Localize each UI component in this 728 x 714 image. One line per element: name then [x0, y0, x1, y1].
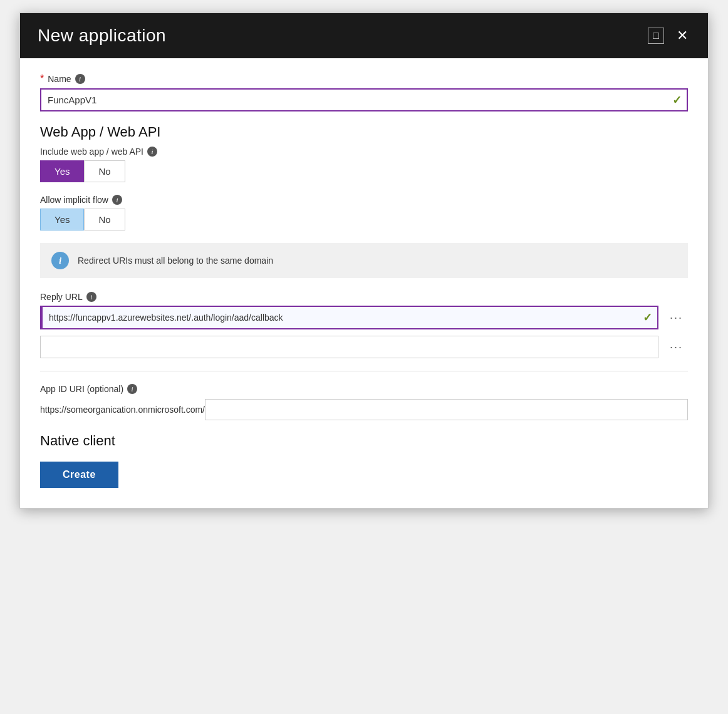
reply-url-ellipsis-2[interactable]: ··· — [665, 338, 688, 356]
native-client-title: Native client — [40, 433, 688, 449]
app-id-uri-section: App ID URI (optional) i https://someorga… — [40, 384, 688, 420]
include-yes-button[interactable]: Yes — [40, 160, 84, 182]
info-banner-text: Redirect URIs must all belong to the sam… — [78, 256, 273, 266]
header-controls: □ ✕ — [648, 28, 690, 44]
required-star: * — [40, 73, 44, 85]
reply-url-input-2[interactable] — [40, 336, 658, 358]
name-label-text: Name — [48, 74, 71, 84]
include-web-app-label: Include web app / web API i — [40, 147, 688, 157]
name-info-icon[interactable]: i — [75, 74, 85, 84]
info-banner-icon: i — [51, 252, 69, 269]
include-no-button[interactable]: No — [84, 160, 125, 182]
create-button[interactable]: Create — [40, 462, 118, 488]
name-field-group: * Name i ✓ — [40, 73, 688, 111]
name-input[interactable] — [40, 88, 688, 111]
dialog-body: * Name i ✓ Web App / Web API Include web… — [20, 58, 708, 508]
allow-implicit-toggle: Yes No — [40, 209, 688, 230]
name-label: * Name i — [40, 73, 688, 85]
reply-url-input-1[interactable] — [43, 306, 658, 329]
reply-url-ellipsis-1[interactable]: ··· — [665, 309, 688, 327]
reply-url-checkmark: ✓ — [643, 311, 652, 324]
name-checkmark: ✓ — [672, 93, 682, 107]
new-application-dialog: New application □ ✕ * Name i ✓ Web — [19, 13, 709, 509]
name-input-wrapper: ✓ — [40, 88, 688, 111]
reply-url-info-icon[interactable]: i — [86, 292, 96, 302]
include-web-app-label-text: Include web app / web API — [40, 147, 143, 157]
reply-url-input-wrap-1: ✓ — [40, 306, 658, 329]
dialog-title: New application — [38, 26, 166, 46]
close-button[interactable]: ✕ — [674, 28, 690, 44]
dialog-header: New application □ ✕ — [20, 13, 708, 58]
reply-url-section: Reply URL i ✓ ··· ··· — [40, 292, 688, 358]
allow-implicit-label-text: Allow implicit flow — [40, 195, 108, 205]
app-id-uri-prefix: https://someorganication.onmicrosoft.com… — [40, 405, 205, 415]
minimize-icon: □ — [653, 31, 659, 41]
app-id-uri-label: App ID URI (optional) i — [40, 384, 688, 394]
implicit-no-button[interactable]: No — [84, 209, 125, 230]
native-client-section: Native client — [40, 433, 688, 449]
allow-implicit-label: Allow implicit flow i — [40, 195, 688, 205]
info-banner: i Redirect URIs must all belong to the s… — [40, 243, 688, 278]
implicit-yes-button[interactable]: Yes — [40, 209, 84, 230]
app-id-uri-label-text: App ID URI (optional) — [40, 384, 123, 394]
implicit-info-icon[interactable]: i — [112, 195, 122, 205]
divider — [40, 371, 688, 371]
web-app-section: Web App / Web API Include web app / web … — [40, 124, 688, 230]
reply-url-label-text: Reply URL — [40, 292, 83, 302]
app-id-uri-row: https://someorganication.onmicrosoft.com… — [40, 399, 688, 420]
minimize-button[interactable]: □ — [648, 28, 664, 44]
reply-url-row-1: ✓ ··· — [40, 306, 688, 329]
include-info-icon[interactable]: i — [147, 147, 157, 157]
include-web-app-toggle: Yes No — [40, 160, 688, 182]
reply-url-row-2: ··· — [40, 336, 688, 358]
close-icon: ✕ — [677, 29, 688, 43]
web-app-title: Web App / Web API — [40, 124, 688, 140]
app-id-uri-input[interactable] — [205, 399, 688, 420]
reply-url-label: Reply URL i — [40, 292, 688, 302]
app-id-uri-info-icon[interactable]: i — [127, 384, 137, 394]
